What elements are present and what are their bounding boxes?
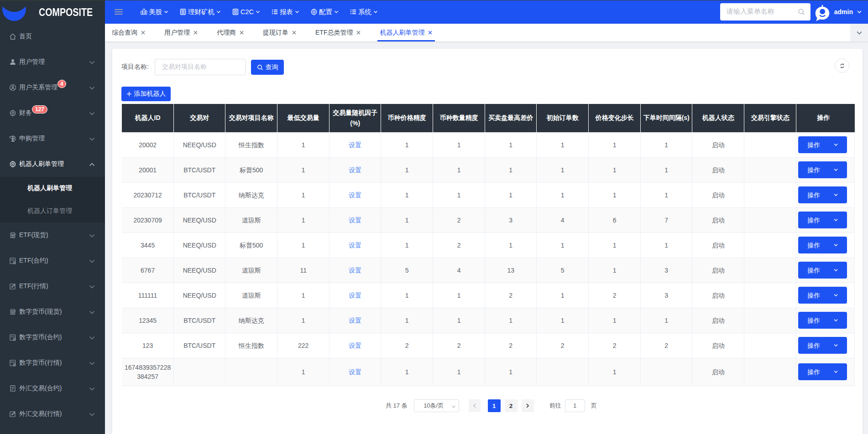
svg-text:SQL: SQL <box>10 336 15 338</box>
svg-text:SQL: SQL <box>10 259 15 261</box>
svg-text:SQL: SQL <box>10 361 15 363</box>
